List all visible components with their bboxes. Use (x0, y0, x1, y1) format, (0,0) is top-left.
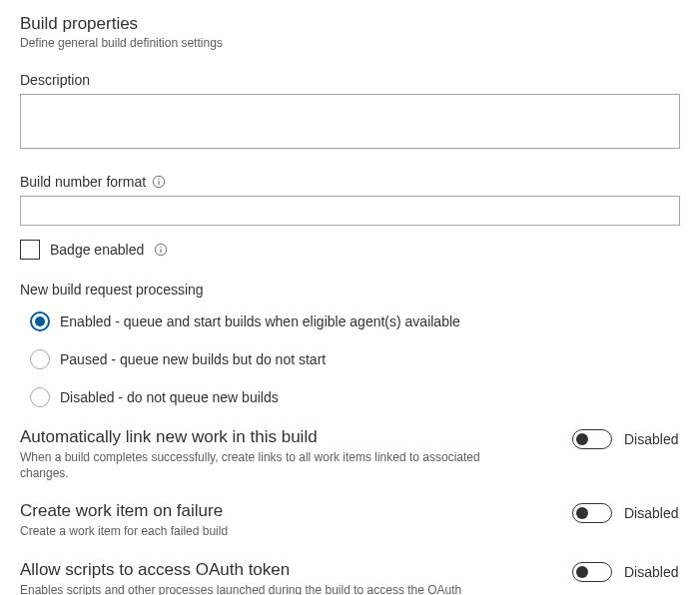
toggle-state-oauth: Disabled (624, 564, 680, 580)
toggle-work-item-failure[interactable] (572, 503, 612, 523)
toggle-desc-work-item-failure: Create a work item for each failed build (20, 523, 489, 539)
radio-icon (30, 387, 50, 407)
radio-label: Enabled - queue and start builds when el… (60, 313, 460, 329)
request-processing-group: Enabled - queue and start builds when el… (20, 311, 680, 407)
toggle-desc-auto-link: When a build completes successfully, cre… (20, 449, 489, 481)
radio-option-disabled[interactable]: Disabled - do not queue new builds (30, 387, 680, 407)
toggle-title-oauth: Allow scripts to access OAuth token (20, 560, 556, 580)
svg-point-4 (161, 247, 162, 248)
request-processing-label: New build request processing (20, 282, 680, 298)
build-number-format-label: Build number format (20, 174, 146, 190)
radio-icon (30, 311, 50, 331)
build-number-format-input[interactable] (20, 196, 680, 226)
badge-enabled-label: Badge enabled (50, 242, 144, 258)
radio-label: Disabled - do not queue new builds (60, 389, 279, 405)
toggle-oauth[interactable] (572, 562, 612, 582)
toggle-state-auto-link: Disabled (624, 431, 680, 447)
radio-option-enabled[interactable]: Enabled - queue and start builds when el… (30, 311, 680, 331)
radio-option-paused[interactable]: Paused - queue new builds but do not sta… (30, 349, 680, 369)
radio-icon (30, 349, 50, 369)
description-input[interactable] (20, 94, 680, 149)
info-icon[interactable] (154, 243, 168, 257)
toggle-auto-link[interactable] (572, 429, 612, 449)
toggle-state-work-item-failure: Disabled (624, 505, 680, 521)
toggle-title-work-item-failure: Create work item on failure (20, 501, 556, 521)
info-icon[interactable] (152, 175, 166, 189)
description-label: Description (20, 72, 680, 88)
badge-enabled-checkbox[interactable] (20, 240, 40, 260)
page-subtitle: Define general build definition settings (20, 36, 680, 50)
toggle-title-auto-link: Automatically link new work in this buil… (20, 427, 556, 447)
radio-label: Paused - queue new builds but do not sta… (60, 351, 326, 367)
page-title: Build properties (20, 14, 680, 34)
toggle-desc-oauth: Enables scripts and other processes laun… (20, 582, 489, 595)
svg-point-1 (159, 179, 160, 180)
